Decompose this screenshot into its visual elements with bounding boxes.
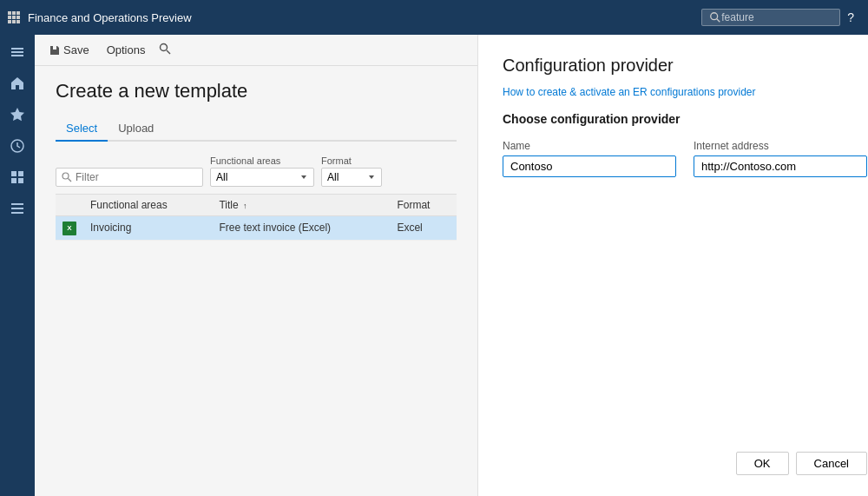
filter-input-box[interactable] xyxy=(56,168,203,187)
col-functional-areas[interactable]: Functional areas xyxy=(83,195,212,216)
internet-address-label: Internet address xyxy=(694,140,867,152)
top-right-actions: ? xyxy=(840,7,861,28)
svg-rect-8 xyxy=(16,20,20,23)
name-field-group: Name xyxy=(503,140,676,177)
filter-text-input[interactable] xyxy=(76,171,188,183)
svg-point-9 xyxy=(711,13,718,20)
format-label: Format xyxy=(321,155,382,166)
svg-rect-19 xyxy=(11,203,23,205)
fields-row: Name Internet address xyxy=(503,140,867,177)
right-panel: ? Configuration provider How to create &… xyxy=(477,35,868,496)
svg-rect-7 xyxy=(12,20,16,23)
favorites-icon[interactable] xyxy=(3,101,31,129)
app-title: Finance and Operations Preview xyxy=(28,11,701,24)
options-label: Options xyxy=(107,43,146,56)
row-format: Excel xyxy=(390,216,457,241)
content-area: Save Options Create a new template xyxy=(35,35,868,496)
svg-point-22 xyxy=(161,43,168,50)
filter-input-group xyxy=(56,168,203,187)
functional-areas-group: Functional areas All xyxy=(210,155,314,187)
save-button[interactable]: Save xyxy=(42,40,96,60)
workspaces-icon[interactable] xyxy=(3,163,31,191)
left-panel: Save Options Create a new template xyxy=(35,35,477,496)
functional-areas-label: Functional areas xyxy=(210,155,314,166)
home-icon[interactable] xyxy=(3,69,31,97)
search-input[interactable] xyxy=(721,11,825,23)
svg-rect-3 xyxy=(8,16,11,19)
main-layout: Save Options Create a new template xyxy=(0,35,868,496)
internet-address-input[interactable] xyxy=(694,155,867,177)
svg-rect-13 xyxy=(11,55,23,56)
form-content: Create a new template Select Upload xyxy=(35,66,477,496)
sidebar xyxy=(0,35,35,496)
grid-icon[interactable] xyxy=(7,10,21,24)
tab-upload[interactable]: Upload xyxy=(108,116,164,142)
top-bar: Finance and Operations Preview ? xyxy=(0,0,868,35)
svg-line-25 xyxy=(69,179,72,182)
hamburger-menu-icon[interactable] xyxy=(3,38,31,66)
list-icon[interactable] xyxy=(3,195,31,222)
save-label: Save xyxy=(63,43,89,56)
ok-button[interactable]: OK xyxy=(736,452,789,475)
toolbar-search-icon[interactable] xyxy=(159,43,171,58)
tab-bar: Select Upload xyxy=(56,116,457,142)
table-row[interactable]: X Invoicing Free text invoice (Excel) Ex… xyxy=(56,216,457,241)
svg-rect-20 xyxy=(11,208,23,209)
svg-rect-1 xyxy=(12,11,16,15)
svg-point-24 xyxy=(62,173,69,179)
col-format[interactable]: Format xyxy=(390,195,457,216)
svg-line-10 xyxy=(717,19,720,23)
svg-rect-4 xyxy=(12,16,16,19)
svg-rect-2 xyxy=(16,11,20,15)
name-input[interactable] xyxy=(503,155,676,177)
svg-rect-0 xyxy=(8,11,11,15)
svg-rect-6 xyxy=(8,20,11,23)
col-title[interactable]: Title ↑ xyxy=(212,195,390,216)
recent-icon[interactable] xyxy=(3,132,31,160)
global-search[interactable] xyxy=(701,9,840,26)
svg-rect-21 xyxy=(11,212,23,214)
row-title: Free text invoice (Excel) xyxy=(212,216,390,241)
svg-rect-5 xyxy=(16,16,20,19)
panel-title: Configuration provider xyxy=(503,56,867,76)
filter-row: Functional areas All Format All xyxy=(56,155,457,187)
row-icon-cell: X xyxy=(56,216,83,241)
format-value: All xyxy=(327,171,339,183)
svg-rect-18 xyxy=(18,178,23,183)
help-icon[interactable]: ? xyxy=(840,7,861,28)
name-label: Name xyxy=(503,140,676,152)
cancel-button[interactable]: Cancel xyxy=(796,452,867,475)
functional-areas-value: All xyxy=(216,171,227,183)
svg-rect-17 xyxy=(11,178,16,183)
panel-subtitle: Choose configuration provider xyxy=(503,112,867,126)
svg-rect-15 xyxy=(11,171,16,176)
svg-rect-11 xyxy=(11,48,23,50)
svg-line-23 xyxy=(167,50,170,54)
svg-rect-12 xyxy=(11,51,23,53)
table-header-row: Functional areas Title ↑ Format xyxy=(56,195,457,216)
templates-table: Functional areas Title ↑ Format xyxy=(56,194,457,241)
panel-footer: OK Cancel xyxy=(503,438,867,475)
configuration-form: Name Internet address xyxy=(503,140,867,177)
page-title: Create a new template xyxy=(56,80,457,103)
internet-address-field-group: Internet address xyxy=(694,140,867,177)
tab-select[interactable]: Select xyxy=(56,116,108,142)
options-button[interactable]: Options xyxy=(100,40,153,60)
functional-areas-select[interactable]: All xyxy=(210,168,314,187)
format-select[interactable]: All xyxy=(321,168,382,187)
format-group: Format All xyxy=(321,155,382,187)
svg-rect-16 xyxy=(18,171,23,176)
excel-icon: X xyxy=(62,222,76,235)
configuration-provider-link[interactable]: How to create & activate an ER configura… xyxy=(503,86,867,98)
row-area: Invoicing xyxy=(83,216,212,241)
toolbar: Save Options xyxy=(35,35,477,66)
col-icon xyxy=(56,195,83,216)
